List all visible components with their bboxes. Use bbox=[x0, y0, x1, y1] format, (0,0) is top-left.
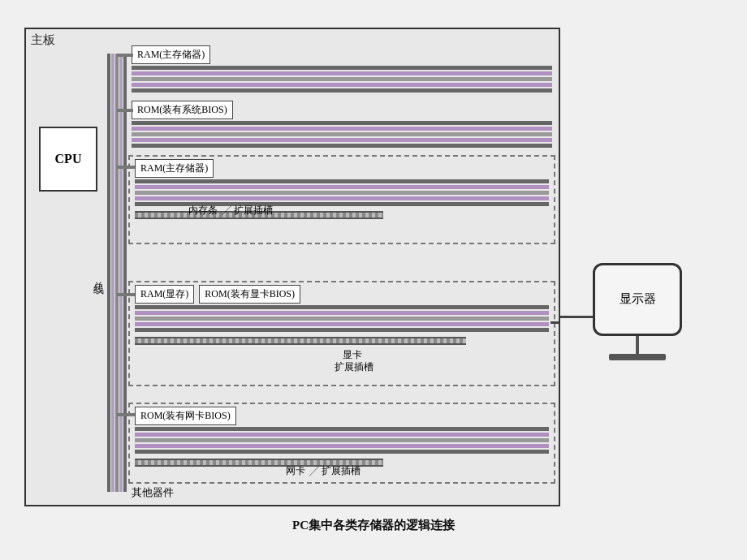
gpu-rom-chip: ROM(装有显卡BIOS) bbox=[199, 285, 300, 304]
diagram-area: 主板 CPU 总线 RAM(主存储器) bbox=[24, 28, 723, 506]
mem-strip-label: 内存条 ╱ 扩展插槽 bbox=[188, 204, 273, 218]
bus-line-3 bbox=[115, 54, 119, 492]
pcb-l4 bbox=[132, 83, 552, 87]
pcb-l4 bbox=[132, 138, 552, 142]
bus-lines bbox=[107, 54, 132, 492]
bus-line-5 bbox=[123, 54, 127, 492]
bus-line-4 bbox=[119, 54, 123, 492]
pcb-l5 bbox=[132, 88, 552, 93]
ram-mem-chip: RAM(主存储器) bbox=[135, 159, 214, 178]
mainboard: 主板 CPU 总线 RAM(主存储器) bbox=[24, 28, 560, 506]
bus-line-1 bbox=[107, 54, 110, 492]
slot-ram-top-area: RAM(主存储器) bbox=[132, 45, 552, 93]
bus-label: 总线 bbox=[91, 273, 106, 278]
cpu-label: CPU bbox=[55, 152, 82, 166]
net-card-label: 网卡 ╱ 扩展插槽 bbox=[286, 464, 361, 478]
rom-chip: ROM(装有系统BIOS) bbox=[132, 101, 233, 119]
caption: PC集中各类存储器的逻辑连接 bbox=[292, 518, 455, 533]
monitor-label: 显示器 bbox=[620, 291, 656, 307]
net-rom-chip: ROM(装有网卡BIOS) bbox=[135, 407, 236, 425]
conn-5 bbox=[117, 413, 135, 416]
mainboard-label: 主板 bbox=[31, 32, 55, 48]
gpu-expansion-label: 扩展插槽 bbox=[335, 360, 374, 374]
monitor-base-container bbox=[593, 354, 682, 360]
gpu-ram-chip: RAM(显存) bbox=[135, 285, 194, 304]
ram-top-chip: RAM(主存储器) bbox=[132, 45, 210, 64]
gpu-connector-line bbox=[551, 321, 559, 324]
pcb-l2 bbox=[132, 127, 552, 131]
pcb-l2 bbox=[132, 71, 552, 75]
conn-4 bbox=[117, 293, 135, 296]
monitor-container: 显示器 bbox=[593, 263, 682, 360]
gpu-pcb-dotted bbox=[135, 337, 466, 345]
pcb-l5 bbox=[132, 144, 552, 148]
monitor-stand bbox=[636, 336, 639, 354]
slot-net-area: ROM(装有网卡BIOS) bbox=[135, 407, 549, 467]
slot-gpu-area: RAM(显存) ROM(装有显卡BIOS) bbox=[135, 285, 549, 345]
cpu-box: CPU bbox=[39, 127, 97, 192]
pcb-l1 bbox=[132, 66, 552, 70]
bus-line-2 bbox=[111, 54, 114, 492]
conn-2 bbox=[117, 109, 133, 112]
pcb-l3 bbox=[132, 77, 552, 81]
conn-1 bbox=[117, 54, 133, 57]
slot-rom-area: ROM(装有系统BIOS) bbox=[132, 101, 552, 148]
other-label: 其他器件 bbox=[132, 485, 174, 500]
page-container: 主板 CPU 总线 RAM(主存储器) bbox=[24, 28, 723, 533]
conn-3 bbox=[117, 166, 135, 169]
monitor-stand-container bbox=[593, 336, 682, 354]
pcb-l1 bbox=[132, 121, 552, 125]
pcb-l3 bbox=[132, 132, 552, 136]
monitor-box: 显示器 bbox=[593, 263, 682, 336]
monitor-base bbox=[609, 354, 666, 360]
